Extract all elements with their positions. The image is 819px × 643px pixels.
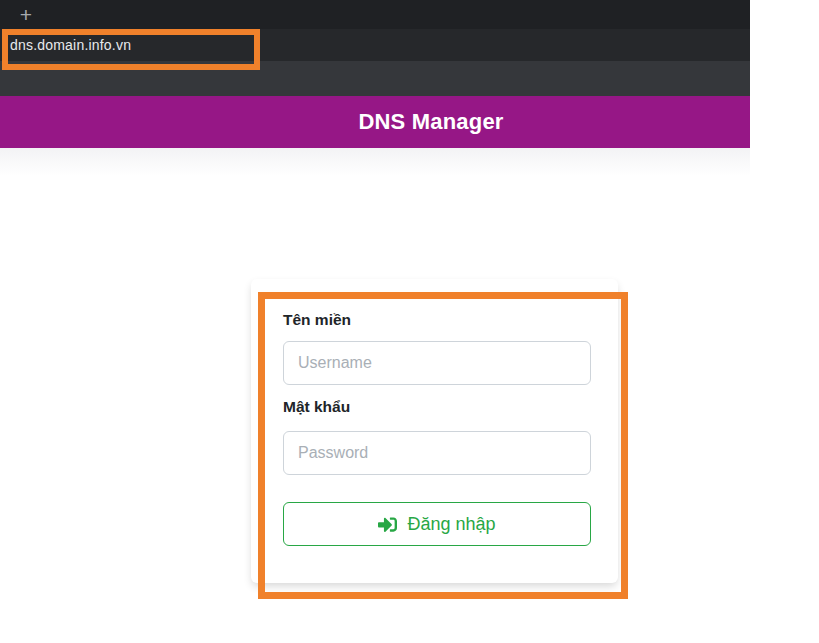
login-card: Tên miền Mật khẩu Đăng nhập (251, 279, 618, 583)
browser-toolbar (0, 61, 750, 96)
login-button-label: Đăng nhập (407, 514, 495, 535)
password-label: Mật khẩu (283, 398, 350, 416)
page-header: DNS Manager (0, 96, 750, 148)
username-label: Tên miền (283, 311, 351, 329)
username-input[interactable] (283, 341, 591, 385)
password-input[interactable] (283, 431, 591, 475)
sign-in-icon (378, 515, 397, 534)
screenshot-canvas: + dns.domain.info.vn DNS Manager Tên miề… (0, 0, 819, 643)
new-tab-button[interactable]: + (14, 3, 38, 27)
address-bar-url: dns.domain.info.vn (10, 37, 131, 53)
browser-tabstrip: + (0, 0, 750, 29)
address-bar[interactable]: dns.domain.info.vn (0, 29, 750, 61)
page-title: DNS Manager (0, 109, 750, 135)
header-shadow (0, 148, 750, 176)
login-button[interactable]: Đăng nhập (283, 502, 591, 546)
